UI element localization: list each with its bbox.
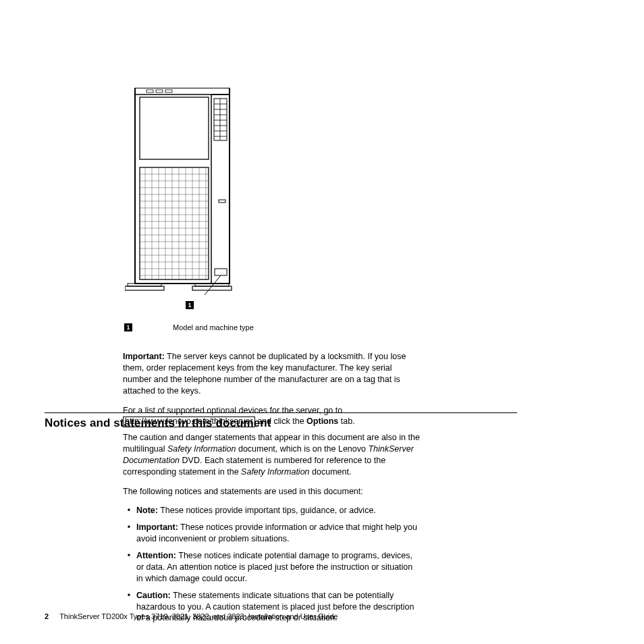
important-paragraph: Important: The server keys cannot be dup… [123, 351, 420, 397]
list-item: Attention: These notices indicate potent… [135, 550, 420, 585]
legend-marker-1: 1 [124, 323, 132, 331]
svg-rect-0 [125, 286, 164, 290]
server-figure [125, 88, 260, 297]
devices-suffix-2: tab. [338, 417, 354, 426]
page-number: 2 [45, 612, 49, 620]
svg-rect-2 [192, 286, 232, 290]
figure-legend: 1 Model and machine type [124, 323, 254, 333]
page-footer: 2ThinkServer TD200x Types 3719, 3821, 38… [45, 612, 338, 622]
intro-t4: document. [310, 467, 352, 477]
svg-rect-4 [135, 88, 230, 284]
item-text: These notices indicate potential damage … [136, 551, 412, 583]
item-label: Note: [136, 506, 158, 515]
devices-prefix: For a list of supported optional devices… [123, 406, 342, 415]
notice-list: Note: These notices provide important ti… [123, 505, 420, 624]
item-text: These notices provide information or adv… [136, 522, 417, 543]
server-illustration [125, 88, 246, 297]
important-text: The server keys cannot be duplicated by … [123, 352, 406, 396]
item-label: Important: [136, 522, 178, 532]
item-text: These notices provide important tips, gu… [158, 506, 376, 515]
section-rule [45, 412, 517, 413]
section-heading: Notices and statements in this document [45, 416, 271, 431]
footer-text: ThinkServer TD200x Types 3719, 3821, 382… [59, 612, 338, 620]
callout-1-marker: 1 [186, 301, 194, 309]
list-item: Important: These notices provide informa… [135, 522, 420, 545]
intro-paragraph: The caution and danger statements that a… [123, 432, 420, 478]
important-label: Important: [123, 352, 165, 361]
list-item: Note: These notices provide important ti… [135, 505, 420, 516]
intro-i3: Safety Information [241, 467, 309, 477]
options-word: Options [306, 417, 338, 426]
item-label: Attention: [136, 551, 176, 560]
content-block-2: The caution and danger statements that a… [123, 432, 420, 629]
intro-t2: document, which is on the Lenovo [236, 444, 368, 454]
legend-text-1: Model and machine type [173, 323, 254, 333]
list-intro: The following notices and statements are… [123, 486, 420, 498]
item-label: Caution: [136, 591, 171, 600]
page: 1 1 Model and machine type Important: Th… [0, 0, 644, 644]
intro-i1: Safety Information [167, 444, 236, 454]
